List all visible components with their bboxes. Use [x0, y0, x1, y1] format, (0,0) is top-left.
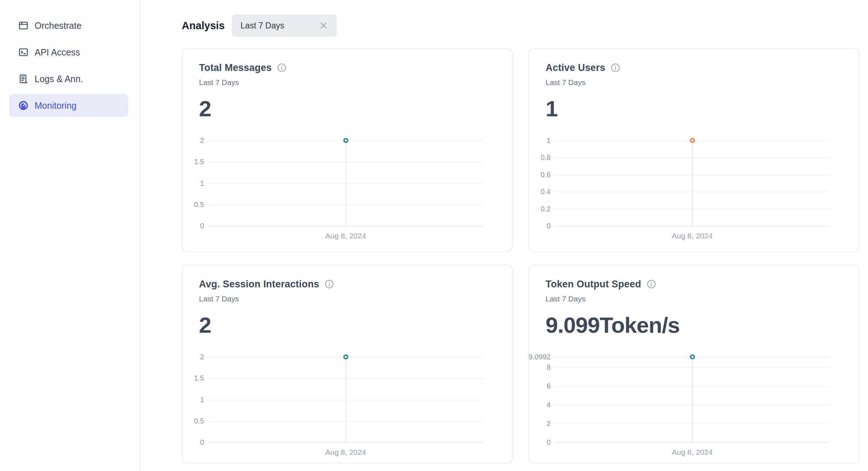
gauge-icon [18, 100, 29, 111]
sidebar-item-api-access[interactable]: API Access [9, 41, 128, 63]
card-value: 2 [199, 314, 496, 337]
chart-plot-area: 21.510.50 [208, 357, 483, 442]
y-tick-label: 0.5 [194, 417, 204, 425]
metric-chart: 9.099286420 Aug 8, 2024 [546, 357, 842, 457]
sidebar-item-label: Monitoring [35, 100, 77, 111]
y-tick-label: 2 [200, 353, 204, 360]
y-tick-label: 4 [547, 401, 551, 408]
y-tick-label: 0 [200, 439, 204, 446]
card-title-row: Active Users [546, 61, 842, 74]
card-subtitle: Last 7 Days [546, 77, 842, 88]
x-axis-tick-label: Aug 8, 2024 [555, 448, 829, 457]
logs-document-icon [18, 73, 29, 84]
y-tick-label: 0.2 [541, 205, 551, 212]
date-range-filter-label: Last 7 Days [240, 21, 284, 31]
chart-plot-area: 21.510.50 [208, 140, 483, 226]
y-tick-label: 6 [547, 382, 551, 390]
y-tick-label: 0.8 [541, 154, 551, 161]
y-tick-label: 2 [200, 137, 204, 144]
metric-card-token-output-speed: Token Output Speed Last 7 Days 9.099Toke… [528, 265, 859, 463]
data-point-marker [690, 138, 695, 143]
sidebar-nav: Orchestrate API Access Logs & Ann. Monit… [9, 14, 128, 117]
info-icon[interactable] [646, 279, 656, 289]
sidebar-item-logs-ann[interactable]: Logs & Ann. [9, 68, 128, 90]
grid-line [208, 442, 483, 443]
date-range-filter-chip[interactable]: Last 7 Days [232, 14, 337, 37]
page-title: Analysis [182, 20, 225, 32]
y-tick-label: 1.5 [194, 374, 204, 382]
card-title: Active Users [546, 62, 605, 73]
data-point-marker [343, 354, 348, 359]
info-icon[interactable] [277, 63, 287, 73]
x-axis-tick-label: Aug 8, 2024 [555, 232, 829, 240]
metric-chart: 10.80.60.40.20 Aug 8, 2024 [546, 140, 842, 240]
grid-line [208, 226, 483, 226]
metric-card-active-users: Active Users Last 7 Days 1 10.80.60.40.2… [528, 48, 859, 252]
card-value: 9.099Token/s [546, 314, 842, 337]
info-icon[interactable] [324, 279, 334, 289]
info-icon[interactable] [610, 63, 620, 73]
app-window: Orchestrate API Access Logs & Ann. Monit… [0, 0, 868, 471]
y-tick-label: 1 [547, 137, 551, 144]
y-tick-label: 0 [547, 222, 551, 229]
x-axis-tick-label: Aug 8, 2024 [208, 448, 483, 457]
sidebar-item-label: API Access [35, 47, 80, 58]
grid-line [555, 226, 829, 226]
y-tick-label: 0.4 [541, 188, 551, 195]
card-title-row: Total Messages [199, 61, 496, 74]
sidebar-item-monitoring[interactable]: Monitoring [9, 94, 128, 117]
card-subtitle: Last 7 Days [199, 293, 496, 304]
window-layout-icon [18, 20, 29, 31]
card-title: Total Messages [199, 62, 272, 73]
sidebar-item-label: Orchestrate [35, 21, 82, 31]
metric-cards-grid: Total Messages Last 7 Days 2 21.510.50 A… [182, 48, 868, 463]
data-point-drop-line [692, 357, 693, 442]
card-title-row: Token Output Speed [546, 278, 842, 291]
y-tick-label: 1 [200, 396, 204, 403]
y-tick-label: 1 [200, 180, 204, 187]
card-title: Avg. Session Interactions [199, 279, 319, 290]
y-tick-label: 2 [547, 420, 551, 427]
card-value: 1 [546, 97, 842, 120]
data-point-marker [690, 354, 695, 359]
close-icon[interactable] [319, 21, 328, 30]
sidebar: Orchestrate API Access Logs & Ann. Monit… [0, 0, 140, 471]
metric-card-total-messages: Total Messages Last 7 Days 2 21.510.50 A… [182, 48, 513, 252]
card-value: 2 [199, 97, 496, 120]
y-tick-label: 0 [200, 222, 204, 229]
data-point-drop-line [345, 357, 346, 442]
card-title: Token Output Speed [546, 279, 641, 290]
chart-plot-area: 10.80.60.40.20 [555, 140, 829, 226]
y-tick-label: 8 [547, 364, 551, 371]
page-header: Analysis Last 7 Days [182, 14, 868, 37]
main-content: Analysis Last 7 Days Total Messages [140, 0, 868, 471]
metric-chart: 21.510.50 Aug 8, 2024 [199, 140, 496, 240]
data-point-marker [343, 138, 348, 143]
terminal-icon [18, 47, 29, 58]
card-subtitle: Last 7 Days [199, 77, 496, 88]
card-title-row: Avg. Session Interactions [199, 278, 496, 291]
data-point-drop-line [345, 140, 346, 226]
data-point-drop-line [692, 140, 693, 226]
sidebar-item-label: Logs & Ann. [35, 74, 83, 84]
x-axis-tick-label: Aug 8, 2024 [208, 232, 483, 240]
grid-line [555, 442, 829, 443]
y-tick-label: 9.0992 [529, 353, 551, 360]
sidebar-item-orchestrate[interactable]: Orchestrate [9, 14, 128, 37]
y-tick-label: 0 [547, 439, 551, 446]
y-tick-label: 0.5 [194, 201, 204, 208]
card-subtitle: Last 7 Days [546, 293, 842, 304]
y-tick-label: 0.6 [541, 171, 551, 178]
y-tick-label: 1.5 [194, 158, 204, 165]
chart-plot-area: 9.099286420 [555, 357, 829, 442]
metric-card-avg-session-interactions: Avg. Session Interactions Last 7 Days 2 … [182, 265, 513, 463]
metric-chart: 21.510.50 Aug 8, 2024 [199, 357, 496, 457]
